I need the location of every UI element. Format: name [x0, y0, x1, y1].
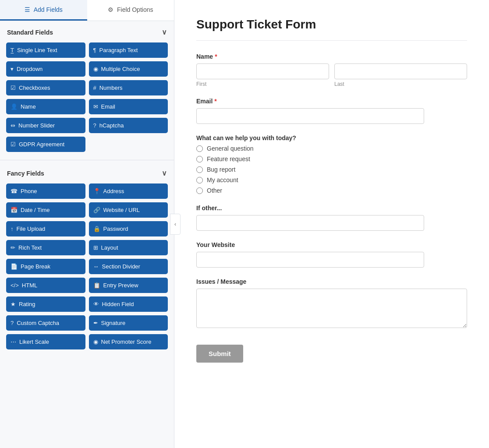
rating-icon: ★ [11, 301, 16, 307]
field-btn-hidden-field[interactable]: 👁 Hidden Field [89, 296, 168, 312]
message-label: Issues / Message [196, 278, 467, 285]
number-slider-icon: ⇔ [11, 122, 15, 129]
radio-my-account[interactable]: My account [196, 176, 467, 183]
form-title: Support Ticket Form [196, 18, 467, 41]
first-name-input[interactable] [196, 63, 329, 79]
tab-field-options[interactable]: ⚙ Field Options [87, 0, 174, 21]
form-field-name: Name * First Last [196, 53, 467, 87]
checkboxes-icon: ☑ [11, 85, 16, 91]
radio-group-help-topic: General question Feature request Bug rep… [196, 145, 467, 194]
first-name-label: First [196, 81, 329, 87]
field-btn-entry-preview[interactable]: 📋 Entry Preview [89, 278, 168, 293]
field-btn-likert-scale[interactable]: ⋯ Likert Scale [6, 334, 85, 349]
submit-button[interactable]: Submit [196, 345, 243, 363]
help-topic-label: What can we help you with today? [196, 134, 467, 141]
form-field-message: Issues / Message [196, 278, 467, 330]
field-btn-section-divider[interactable]: ↔ Section Divider [89, 259, 168, 274]
fancy-fields-collapse-icon[interactable]: ∨ [162, 169, 167, 177]
divider-1 [0, 160, 174, 160]
radio-input-feature[interactable] [196, 156, 203, 162]
fancy-fields-label: Fancy Fields [7, 170, 44, 177]
field-btn-gdpr[interactable]: ☑ GDPR Agreement [6, 137, 85, 152]
layout-icon: ⊞ [93, 244, 98, 251]
likert-scale-icon: ⋯ [11, 339, 16, 345]
custom-captcha-icon: ? [11, 320, 14, 326]
fancy-fields-header: Fancy Fields ∨ [0, 162, 174, 182]
email-icon: ✉ [93, 103, 98, 110]
last-name-label: Last [334, 81, 467, 87]
field-btn-phone[interactable]: ☎ Phone [6, 183, 85, 199]
last-name-input[interactable] [334, 63, 467, 79]
radio-input-other[interactable] [196, 187, 203, 194]
name-required-marker: * [215, 53, 217, 60]
toggle-panel-button[interactable]: ‹ [170, 214, 181, 235]
entry-preview-icon: 📋 [93, 282, 100, 289]
field-btn-custom-captcha[interactable]: ? Custom Captcha [6, 315, 85, 331]
file-upload-icon: ↑ [11, 226, 14, 232]
field-btn-email[interactable]: ✉ Email [89, 99, 168, 114]
form-container: Support Ticket Form Name * First Last [174, 0, 489, 389]
phone-icon: ☎ [11, 188, 18, 194]
add-fields-icon: ☰ [25, 6, 30, 13]
address-icon: 📍 [93, 188, 100, 194]
field-btn-signature[interactable]: ✒ Signature [89, 315, 168, 331]
website-label: Your Website [196, 241, 467, 248]
field-btn-page-break[interactable]: 📄 Page Break [6, 259, 85, 274]
radio-input-bug[interactable] [196, 166, 203, 173]
field-btn-multiple-choice[interactable]: ◉ Multiple Choice [89, 61, 168, 77]
form-field-if-other: If other... [196, 205, 467, 231]
email-required-marker: * [214, 98, 216, 105]
paragraph-text-icon: ¶ [93, 47, 96, 53]
radio-input-general[interactable] [196, 145, 203, 152]
radio-other[interactable]: Other [196, 187, 467, 194]
fancy-fields-grid: ☎ Phone 📍 Address 📅 Date / Time 🔗 Websit… [0, 182, 174, 356]
name-row: First Last [196, 63, 467, 87]
hidden-field-icon: 👁 [93, 301, 99, 307]
password-icon: 🔒 [93, 226, 100, 232]
website-input[interactable] [196, 252, 424, 268]
field-btn-number-slider[interactable]: ⇔ Number Slider [6, 118, 85, 133]
field-btn-address[interactable]: 📍 Address [89, 183, 168, 199]
field-btn-numbers[interactable]: # Numbers [89, 80, 168, 95]
radio-feature-request[interactable]: Feature request [196, 155, 467, 162]
field-btn-html[interactable]: </> HTML [6, 278, 85, 293]
radio-input-account[interactable] [196, 177, 203, 183]
tab-add-fields-label: Add Fields [34, 6, 63, 13]
field-btn-file-upload[interactable]: ↑ File Upload [6, 221, 85, 236]
field-btn-checkboxes[interactable]: ☑ Checkboxes [6, 80, 85, 95]
field-btn-layout[interactable]: ⊞ Layout [89, 240, 168, 255]
hcaptcha-icon: ? [93, 122, 96, 129]
field-btn-website-url[interactable]: 🔗 Website / URL [89, 202, 168, 218]
field-btn-date-time[interactable]: 📅 Date / Time [6, 202, 85, 218]
field-btn-rich-text[interactable]: ✏ Rich Text [6, 240, 85, 255]
toggle-panel-icon: ‹ [174, 221, 176, 227]
page-break-icon: 📄 [11, 263, 18, 270]
field-btn-hcaptcha[interactable]: ? hCaptcha [89, 118, 168, 133]
gdpr-icon: ☑ [11, 141, 16, 148]
field-btn-name[interactable]: 👤 Name [6, 99, 85, 114]
field-btn-net-promoter-score[interactable]: ◉ Net Promoter Score [89, 334, 168, 349]
first-name-wrap: First [196, 63, 329, 87]
field-btn-single-line-text[interactable]: T̲ Single Line Text [6, 42, 85, 58]
if-other-label: If other... [196, 205, 467, 212]
tab-add-fields[interactable]: ☰ Add Fields [0, 0, 87, 21]
email-input[interactable] [196, 108, 424, 124]
field-btn-password[interactable]: 🔒 Password [89, 221, 168, 236]
form-field-email: Email * [196, 98, 467, 124]
signature-icon: ✒ [93, 320, 98, 326]
form-preview-panel: Support Ticket Form Name * First Last [174, 0, 489, 448]
message-textarea[interactable] [196, 289, 467, 328]
website-url-icon: 🔗 [93, 207, 100, 213]
if-other-input[interactable] [196, 215, 424, 231]
field-btn-dropdown[interactable]: ▾ Dropdown [6, 61, 85, 77]
date-time-icon: 📅 [11, 207, 18, 213]
field-options-icon: ⚙ [108, 6, 113, 13]
section-divider-icon: ↔ [93, 263, 99, 270]
standard-fields-collapse-icon[interactable]: ∨ [162, 28, 167, 36]
radio-bug-report[interactable]: Bug report [196, 166, 467, 173]
field-btn-rating[interactable]: ★ Rating [6, 296, 85, 312]
name-field-label: Name * [196, 53, 467, 60]
tab-field-options-label: Field Options [117, 6, 153, 13]
radio-general-question[interactable]: General question [196, 145, 467, 152]
field-btn-paragraph-text[interactable]: ¶ Paragraph Text [89, 42, 168, 58]
